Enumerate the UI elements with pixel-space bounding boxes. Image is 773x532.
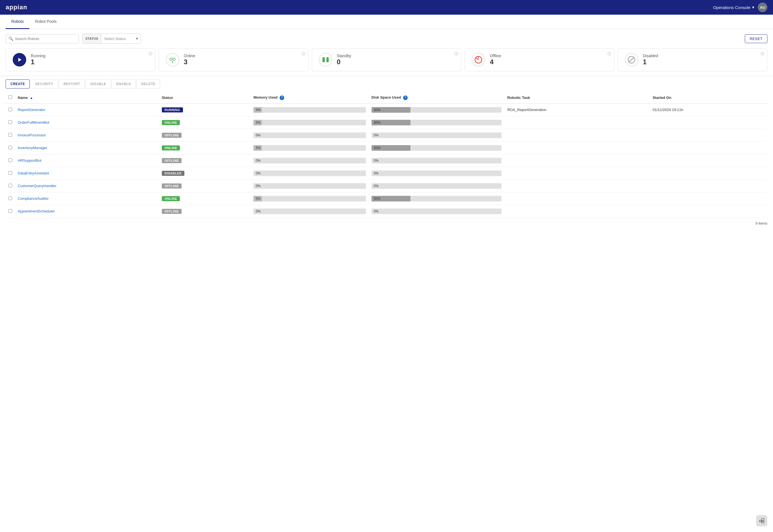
disk-label: 30% xyxy=(374,197,380,201)
standby-label: Standby xyxy=(337,54,351,58)
robotic-task xyxy=(504,129,650,141)
running-count: 1 xyxy=(31,58,45,66)
started-on xyxy=(650,129,767,141)
online-label: Online xyxy=(184,54,195,58)
disk-bar: 30% xyxy=(371,107,502,113)
search-input[interactable] xyxy=(6,34,79,43)
stats-row: Running 1 ⓘ Online 3 ⓘ xyxy=(0,48,773,76)
stat-card-offline: Offline 4 ⓘ xyxy=(465,48,614,71)
status-badge: ONLINE xyxy=(162,145,180,150)
robot-name-link[interactable]: OrderFulfillmentBot xyxy=(18,120,49,125)
disk-info-icon: ? xyxy=(403,96,408,100)
header-right: Operations Console ▾ AU xyxy=(713,3,767,12)
memory-bar: 5% xyxy=(253,120,365,125)
memory-label: 5% xyxy=(256,197,260,201)
tab-robots[interactable]: Robots xyxy=(6,15,29,29)
row-checkbox[interactable] xyxy=(8,108,12,111)
row-checkbox[interactable] xyxy=(8,158,12,162)
disk-label: 0% xyxy=(374,171,378,175)
memory-bar: 0% xyxy=(253,183,365,189)
fab-button[interactable] xyxy=(756,515,767,526)
memory-bar: 0% xyxy=(253,158,365,163)
filters-bar: 🔍 STATUS Select Status Running Online St… xyxy=(0,29,773,48)
robot-name-link[interactable]: ComplianceAuditor xyxy=(18,196,49,201)
reset-button[interactable]: RESET xyxy=(745,34,767,43)
row-checkbox[interactable] xyxy=(8,133,12,137)
disk-bar: 30% xyxy=(371,120,502,125)
memory-label: 0% xyxy=(256,133,260,137)
standby-count: 0 xyxy=(337,58,351,66)
sort-asc-icon[interactable]: ▲ xyxy=(30,96,33,99)
security-button[interactable]: SECURITY xyxy=(30,79,58,88)
started-on xyxy=(650,116,767,129)
row-checkbox[interactable] xyxy=(8,120,12,124)
avatar[interactable]: AU xyxy=(758,3,767,12)
disabled-icon xyxy=(625,53,638,67)
disabled-count: 1 xyxy=(643,58,658,66)
online-info: Online 3 xyxy=(184,54,195,66)
table-row: AppointmentSchedulerOFFLINE0%0% xyxy=(6,205,767,218)
started-on xyxy=(650,154,767,167)
memory-bar: 5% xyxy=(253,145,365,151)
robot-name-link[interactable]: DataEntryAssistant xyxy=(18,171,49,175)
disable-button[interactable]: DISABLE xyxy=(85,79,111,88)
robotic-task xyxy=(504,167,650,179)
robot-name-link[interactable]: InvoiceProcessor xyxy=(18,133,46,137)
stat-card-running: Running 1 ⓘ xyxy=(6,48,155,71)
svg-rect-7 xyxy=(759,520,761,522)
disk-label: 0% xyxy=(374,184,378,188)
status-select[interactable]: Select Status Running Online Standby Off… xyxy=(101,34,141,43)
row-checkbox[interactable] xyxy=(8,196,12,200)
delete-button[interactable]: DELETE xyxy=(136,79,160,88)
robot-name-link[interactable]: ReportGenerator xyxy=(18,108,45,112)
console-label: Operations Console xyxy=(713,5,750,10)
stat-card-standby: Standby 0 ⓘ xyxy=(312,48,462,71)
robot-name-link[interactable]: CustomerQueryHandler xyxy=(18,184,56,188)
status-badge: OFFLINE xyxy=(162,183,182,189)
info-icon-online: ⓘ xyxy=(302,51,305,56)
disk-label: 0% xyxy=(374,209,378,213)
svg-rect-2 xyxy=(322,57,325,62)
select-all-checkbox[interactable] xyxy=(8,95,12,99)
table-header-row: Name ▲ Status Memory Used ? Disk Space U… xyxy=(6,92,767,103)
svg-line-6 xyxy=(629,57,634,62)
robot-name-link[interactable]: AppointmentScheduler xyxy=(18,209,55,213)
table-row: CustomerQueryHandlerOFFLINE0%0% xyxy=(6,179,767,192)
started-on xyxy=(650,179,767,192)
row-checkbox[interactable] xyxy=(8,184,12,187)
memory-bar: 0% xyxy=(253,132,365,138)
row-checkbox[interactable] xyxy=(8,209,12,213)
restart-button[interactable]: RESTART xyxy=(59,79,85,88)
online-icon xyxy=(166,53,179,67)
disk-bar: 0% xyxy=(371,132,502,138)
col-header-status: Status xyxy=(159,92,251,103)
svg-marker-0 xyxy=(18,58,21,62)
disk-label: 0% xyxy=(374,133,378,137)
robot-name-link[interactable]: HRSupportBot xyxy=(18,158,41,163)
operations-console-menu[interactable]: Operations Console ▾ xyxy=(713,5,754,10)
row-checkbox[interactable] xyxy=(8,171,12,175)
enable-button[interactable]: ENABLE xyxy=(112,79,136,88)
running-label: Running xyxy=(31,54,45,58)
offline-icon xyxy=(472,53,485,67)
standby-info: Standby 0 xyxy=(337,54,351,66)
status-select-wrapper: Select Status Running Online Standby Off… xyxy=(101,34,141,43)
status-badge: DISABLED xyxy=(162,171,184,176)
memory-bar: 0% xyxy=(253,209,365,214)
create-button[interactable]: CREATE xyxy=(6,79,30,88)
tab-robot-pools[interactable]: Robot Pools xyxy=(29,15,62,29)
disk-bar: 0% xyxy=(371,158,502,163)
row-checkbox[interactable] xyxy=(8,146,12,149)
memory-label: 5% xyxy=(256,121,260,125)
robotic-task: ROA_ReportGeneration xyxy=(504,103,650,116)
started-on: 01/11/2024 19:11h xyxy=(650,103,767,116)
robot-name-link[interactable]: InventoryManager xyxy=(18,146,47,150)
info-icon-standby: ⓘ xyxy=(455,51,458,56)
col-header-memory: Memory Used ? xyxy=(251,92,368,103)
online-count: 3 xyxy=(184,58,195,66)
started-on xyxy=(650,205,767,218)
console-chevron-icon: ▾ xyxy=(752,5,754,10)
status-badge: RUNNING xyxy=(162,107,183,112)
row-count: 9 items xyxy=(0,218,773,229)
tabs-bar: Robots Robot Pools xyxy=(0,15,773,29)
